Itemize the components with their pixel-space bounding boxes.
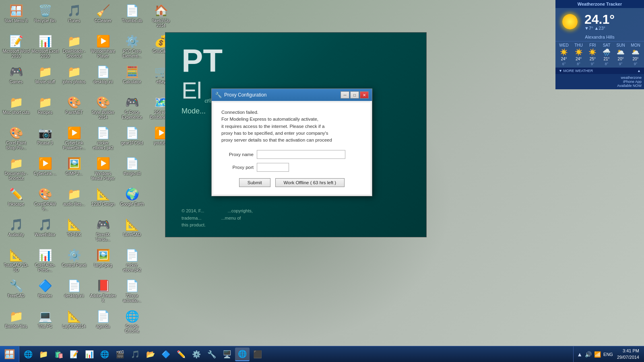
icon-this-pc[interactable]: 💻 This PC xyxy=(31,307,60,338)
icon-ms-excel[interactable]: 📊 Microsoft Excel 2010 xyxy=(31,32,60,63)
icon-ptc-geo[interactable]: ⚙️ PTC Creo Elementi... xyxy=(118,32,147,63)
icon-paintnet[interactable]: 🎨 PaintNET xyxy=(60,93,89,124)
icon-inkscape[interactable]: ✏️ Inkscape xyxy=(2,185,31,216)
icon-gear-ifcstd[interactable]: 📄 gear1FCStd xyxy=(118,124,147,154)
icon-large-jpeg[interactable]: 🖼️ large-jpeg xyxy=(89,246,118,277)
icon-label: johns photos xyxy=(63,80,86,84)
dialog-maximize-button[interactable]: □ xyxy=(350,91,359,99)
taskbar-itunes[interactable]: 🎵 xyxy=(128,348,142,361)
taskbar-blender[interactable]: 🔷 xyxy=(159,348,173,361)
taskbar-media[interactable]: 🎬 xyxy=(113,348,127,361)
folder-icon: 📁 xyxy=(9,95,23,109)
taskbar-files[interactable]: 📂 xyxy=(143,348,158,361)
taskbar-tools[interactable]: 🔧 xyxy=(204,348,219,361)
taskbar-active-app[interactable]: 🌐 xyxy=(235,348,250,361)
icon-thumbs-db[interactable]: 📄 Thumbs.db xyxy=(118,2,147,32)
icon-picasa3[interactable]: 📷 Picasa 3 xyxy=(31,124,60,154)
icon-geforce[interactable]: 🎮 G-Force Experience xyxy=(118,93,147,124)
icon-movie-stuff[interactable]: 📁 Movie-stuff xyxy=(31,63,60,93)
icon-audacity[interactable]: 🎵 Audacity xyxy=(2,216,31,246)
taskbar-control[interactable]: 🖥️ xyxy=(220,348,234,361)
submit-button[interactable]: Submit xyxy=(239,178,270,187)
proxy-port-input[interactable] xyxy=(257,163,289,172)
icon-corel-auto[interactable]: 📊 Corel Auto-Prese... xyxy=(31,246,60,277)
icon-adobe-reader[interactable]: 📕 Adobe Reader X xyxy=(89,277,118,307)
weather-more-button[interactable]: ▼ MORE WEATHER ▲ xyxy=(555,68,644,74)
icon-123d[interactable]: 📐 123D Design xyxy=(89,185,118,216)
taskbar-store[interactable]: 🛍️ xyxy=(52,348,66,361)
icon-blender[interactable]: 🔷 Blender xyxy=(31,277,60,307)
icon-audio-files[interactable]: 📁 audio files... xyxy=(60,185,89,216)
icon-ccleaner[interactable]: 🧹 CCleaner xyxy=(89,2,118,32)
icon-cyberlink-media[interactable]: ▶️ CyberLink ... xyxy=(31,154,60,185)
icon-freecad[interactable]: 🔧 FreeCAD xyxy=(2,277,31,307)
icon-label: Windows Media Player xyxy=(89,171,117,181)
proxy-name-input[interactable] xyxy=(257,150,345,159)
icon-corel-paintshop[interactable]: 🎨 Corel Paint Shop Pro... xyxy=(2,124,31,154)
taskbar-explorer[interactable]: 📁 xyxy=(36,348,51,361)
icon-recipes[interactable]: 📁 Recipes xyxy=(31,93,60,124)
icon-wondershare[interactable]: ▶️ Wondershare Player xyxy=(89,32,118,63)
icon-blender-files[interactable]: 📁 Blender files xyxy=(2,307,31,338)
taskbar-ie[interactable]: 🌐 xyxy=(21,348,35,361)
tray-expand-icon[interactable]: ▲ xyxy=(577,351,582,358)
icon-sketchup[interactable]: 🏠 SketchUp 2014 xyxy=(147,2,175,32)
icon-misc-shortcuts[interactable]: 📁 Misc short cuts xyxy=(2,93,31,124)
icon-directx[interactable]: 🎮 DirectX Versio... xyxy=(89,216,118,246)
icon-games[interactable]: 🎮 Games xyxy=(2,63,31,93)
icon-calculator[interactable]: 🧮 Calculator xyxy=(118,63,147,93)
thingiverse-icon: 📄 xyxy=(125,156,139,171)
icon-label: large-jpeg xyxy=(94,263,112,268)
icon-label: DirectX Versio... xyxy=(89,232,117,242)
icon-agenda[interactable]: 📄 agenda xyxy=(89,307,118,338)
tray-network-icon[interactable]: 📶 xyxy=(594,351,601,358)
icon-librecad[interactable]: 📐 LibreCAD xyxy=(118,216,147,246)
johns-photos-icon: 📁 xyxy=(67,64,81,79)
icon-thingiverse[interactable]: 📄 thingio.stl xyxy=(118,154,147,185)
icon-start-menu[interactable]: 🪟 Start Menu 8 xyxy=(2,2,31,32)
taskbar-items: 🌐 📁 🛍️ 📝 📊 🌐 🎬 🎵 📂 🔷 ✏️ ⚙️ 🔧 🖥️ 🌐 ⬛ xyxy=(19,346,573,362)
icon-label: iTunes xyxy=(68,19,80,23)
dialog-actions: Submit Work Offline ( 63 hrs left ) xyxy=(221,178,362,189)
icon-totalcad[interactable]: 📐 TotalCAD 2D-3D xyxy=(2,246,31,277)
paintnet-icon: 🎨 xyxy=(67,95,81,109)
ccleaner-icon: 🧹 xyxy=(96,3,110,18)
icon-documents-shortcut[interactable]: 📁 Documents - Shortcut xyxy=(2,154,31,185)
taskbar-settings[interactable]: ⚙️ xyxy=(189,348,204,361)
icon-gimp[interactable]: 🖼️ GIMP 2... xyxy=(60,154,89,185)
icon-control-panel[interactable]: ⚙️ Control Panel xyxy=(60,246,89,277)
proxy-port-label: Proxy port xyxy=(221,165,254,170)
icon-google-chrome[interactable]: 🌐 Google Chrome xyxy=(118,307,147,338)
icon-waveeditor[interactable]: 🎵 WaveEditor xyxy=(31,216,60,246)
icon-desktop-ini2[interactable]: 📄 desktop.ini xyxy=(89,63,118,93)
dialog-minimize-button[interactable]: ─ xyxy=(341,91,349,99)
taskbar-chrome[interactable]: 🌐 xyxy=(97,348,112,361)
icon-desktop-ini[interactable]: 📄 desktop.ini xyxy=(60,277,89,307)
tray-volume-icon[interactable]: 🔊 xyxy=(585,351,592,358)
taskbar-excel[interactable]: 📊 xyxy=(82,348,97,361)
icon-itunes[interactable]: 🎵 iTunes xyxy=(60,2,89,32)
work-offline-button[interactable]: Work Offline ( 63 hrs left ) xyxy=(275,178,345,187)
icon-72hr[interactable]: 📄 72hour activatio... xyxy=(118,277,147,307)
icon-coreldraw[interactable]: 🎨 CorelDRAW 9... xyxy=(31,185,60,216)
icon-downloads-shortcut[interactable]: 📁 Downloads - Shortcut xyxy=(60,32,89,63)
taskbar-start-button[interactable]: 🪟 xyxy=(0,346,19,362)
dialog-close-button[interactable]: ✕ xyxy=(360,91,369,99)
icon-ms-word[interactable]: 📝 Microsoft Word 2010 xyxy=(2,32,31,63)
icon-layout2014[interactable]: 📐 LayOut 2014 xyxy=(60,307,89,338)
icon-rocker-elbow2[interactable]: 📄 rocker elbow.pk2 xyxy=(118,246,147,277)
icon-windows-media[interactable]: ▶️ Windows Media Player xyxy=(89,154,118,185)
icon-tcflex[interactable]: 📐 TcFLEX xyxy=(60,216,89,246)
taskbar-inkscape[interactable]: ✏️ xyxy=(174,348,188,361)
icon-style-builder[interactable]: 🎨 Style Builder 2014 xyxy=(89,93,118,124)
icon-recycle-bin[interactable]: 🗑️ Recycle Bin xyxy=(31,2,60,32)
taskbar-tiles[interactable]: ⬛ xyxy=(250,348,265,361)
coreldraw-icon: 🎨 xyxy=(38,187,52,201)
picasa3-icon: 📷 xyxy=(38,125,52,140)
icon-johns-photos[interactable]: 📁 johns photos xyxy=(60,63,89,93)
icon-cyberlink-power[interactable]: ▶️ CyberLink PowerDire... xyxy=(60,124,89,154)
icon-google-earth[interactable]: 🌍 Google Earth xyxy=(118,185,147,216)
icon-rocker-elbow[interactable]: 📄 rocker elbow1.pk2 xyxy=(89,124,118,154)
icon-label: CyberLink ... xyxy=(34,171,56,176)
taskbar-word[interactable]: 📝 xyxy=(67,348,81,361)
